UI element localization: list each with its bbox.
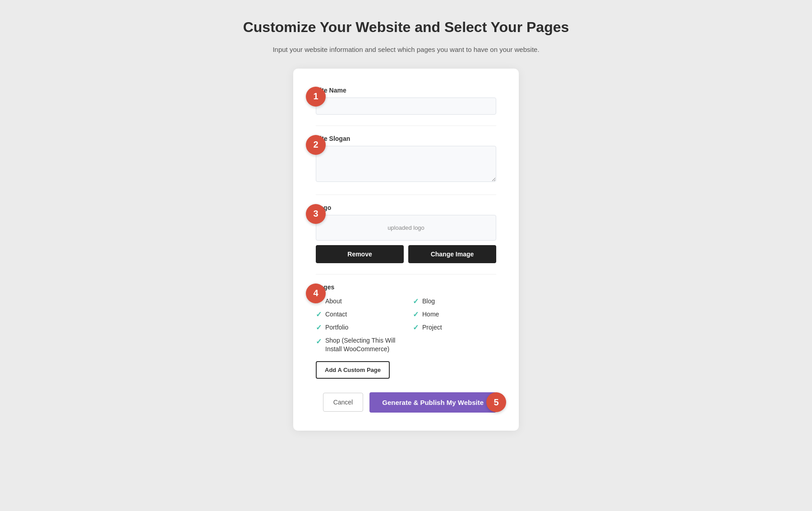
site-slogan-label: Site Slogan	[316, 135, 496, 142]
page-subtitle: Input your website information and selec…	[243, 44, 569, 55]
step-badge-5: 5	[486, 392, 506, 412]
step-badge-1: 1	[306, 87, 326, 107]
pages-section: 4 Pages ✓ About ✓ Blog ✓ Contact ✓ Home	[316, 283, 496, 379]
remove-button[interactable]: Remove	[316, 245, 404, 263]
divider-2	[316, 195, 496, 195]
check-icon-contact: ✓	[316, 310, 322, 319]
pages-grid: ✓ About ✓ Blog ✓ Contact ✓ Home ✓ Portfo…	[316, 297, 496, 354]
logo-label: Logo	[316, 204, 496, 211]
site-slogan-section: 2 Site Slogan	[316, 135, 496, 184]
logo-preview-text: uploaded logo	[388, 224, 424, 231]
site-name-section: 1 Site Name	[316, 87, 496, 115]
check-icon-blog: ✓	[413, 297, 419, 306]
cancel-button[interactable]: Cancel	[323, 393, 364, 412]
pages-label: Pages	[316, 283, 496, 291]
card-footer: Cancel Generate & Publish My Website 5	[316, 392, 496, 413]
page-item-home[interactable]: ✓ Home	[413, 310, 496, 319]
check-icon-shop: ✓	[316, 337, 322, 346]
site-slogan-input[interactable]	[316, 146, 496, 182]
page-label-about: About	[325, 297, 342, 305]
page-label-blog: Blog	[422, 297, 435, 305]
step-badge-4: 4	[306, 283, 326, 303]
check-icon-portfolio: ✓	[316, 323, 322, 332]
page-label-shop: Shop (Selecting This Will Install WooCom…	[325, 336, 399, 354]
divider-1	[316, 125, 496, 126]
page-header: Customize Your Website and Select Your P…	[243, 18, 569, 55]
logo-buttons: Remove Change Image	[316, 245, 496, 263]
page-label-home: Home	[422, 311, 439, 318]
page-label-portfolio: Portfolio	[325, 324, 348, 331]
add-custom-page-button[interactable]: Add A Custom Page	[316, 361, 390, 379]
publish-button[interactable]: Generate & Publish My Website	[369, 392, 496, 413]
logo-preview: uploaded logo	[316, 215, 496, 241]
page-item-blog[interactable]: ✓ Blog	[413, 297, 496, 306]
logo-section: 3 Logo uploaded logo Remove Change Image	[316, 204, 496, 263]
page-item-contact[interactable]: ✓ Contact	[316, 310, 399, 319]
page-item-about[interactable]: ✓ About	[316, 297, 399, 306]
page-item-portfolio[interactable]: ✓ Portfolio	[316, 323, 399, 332]
change-image-button[interactable]: Change Image	[408, 245, 496, 263]
site-name-input[interactable]	[316, 98, 496, 115]
page-item-shop[interactable]: ✓ Shop (Selecting This Will Install WooC…	[316, 336, 399, 354]
main-card: 1 Site Name 2 Site Slogan 3 Logo uploade…	[293, 69, 519, 431]
step-badge-3: 3	[306, 204, 326, 224]
page-item-project[interactable]: ✓ Project	[413, 323, 496, 332]
check-icon-home: ✓	[413, 310, 419, 319]
divider-3	[316, 274, 496, 274]
page-label-project: Project	[422, 324, 442, 331]
page-title: Customize Your Website and Select Your P…	[243, 18, 569, 37]
site-name-label: Site Name	[316, 87, 496, 94]
page-label-contact: Contact	[325, 311, 347, 318]
step-badge-2: 2	[306, 135, 326, 155]
check-icon-project: ✓	[413, 323, 419, 332]
